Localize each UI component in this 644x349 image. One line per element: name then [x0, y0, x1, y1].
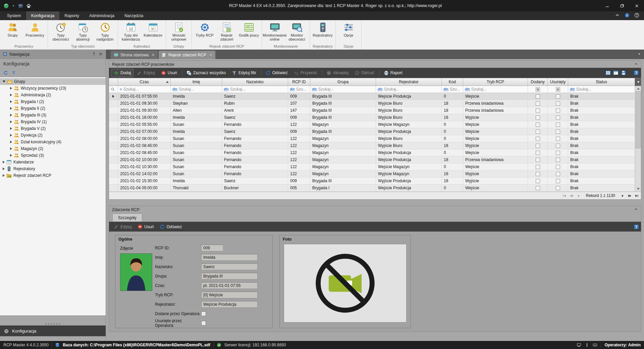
tree-item[interactable]: Kalendarze — [0, 159, 106, 165]
minimize-button[interactable] — [600, 0, 614, 11]
ribbon-button[interactable]: Typy obecności — [50, 21, 72, 42]
collapsed-arrow-icon[interactable] — [3, 161, 5, 163]
column-header-rejestrator[interactable]: Rejestrator — [376, 78, 442, 86]
checkbox-usuniety[interactable] — [556, 115, 560, 120]
filter-cell-imie[interactable]: abc — [171, 86, 222, 93]
quick-access-caret-icon[interactable] — [11, 4, 15, 8]
row-selector-cell[interactable] — [109, 178, 118, 184]
checkbox-dodany[interactable] — [536, 165, 540, 169]
row-selector-cell[interactable] — [109, 170, 118, 177]
checkbox-usuniety[interactable] — [556, 122, 560, 127]
collapsed-arrow-icon[interactable] — [3, 167, 5, 170]
collapsed-arrow-icon[interactable] — [10, 147, 12, 150]
filter-cell-rejestrator[interactable]: abc — [376, 86, 442, 93]
collapsed-arrow-icon[interactable] — [10, 100, 12, 103]
help-icon[interactable] — [634, 13, 639, 19]
collapsed-arrow-icon[interactable] — [10, 120, 12, 123]
nav-prev-page-button[interactable] — [569, 193, 575, 199]
checkbox-usuniety[interactable] — [556, 158, 560, 162]
checkbox-dodany[interactable] — [536, 130, 540, 134]
ribbon-button[interactable]: Opcje — [337, 21, 360, 38]
filter-cell-usuniety[interactable] — [548, 86, 568, 93]
grid-row[interactable]: 2021-01-02 07:00:00 Imelda Saenz 009 Bry… — [109, 128, 635, 135]
row-selector-cell[interactable] — [109, 163, 118, 170]
column-header-imie[interactable]: Imię — [171, 78, 222, 86]
tree-item[interactable]: Brygada V (2) — [0, 125, 106, 132]
column-header-status[interactable]: Status — [568, 78, 635, 86]
checkbox-usuniety[interactable] — [556, 172, 560, 176]
operator-checkbox[interactable] — [201, 321, 206, 326]
checkbox-dodany[interactable] — [536, 179, 540, 183]
contains-operator-icon[interactable]: abc — [443, 88, 448, 91]
collapsed-arrow-icon[interactable] — [10, 87, 12, 90]
filter-cell-grupa[interactable]: abc — [310, 86, 376, 93]
nav-next-button[interactable] — [620, 193, 626, 199]
tree-item[interactable]: Rejestr zdarzeń RCP — [0, 172, 106, 179]
ribbon-button[interactable]: Tryby RCP — [194, 21, 216, 38]
ribbon-button[interactable]: Monitor obecności — [286, 21, 308, 42]
toolbar-button[interactable]: Akceptuj — [324, 69, 351, 77]
checkbox-dodany[interactable] — [536, 108, 540, 113]
checkbox-dodany[interactable] — [536, 94, 540, 99]
grid-row[interactable]: 2021-01-02 08:45:00 Susan Fernando 122 M… — [109, 142, 635, 149]
checkbox-usuniety[interactable] — [556, 144, 560, 148]
ribbon-button[interactable]: Grafik pracy — [238, 21, 260, 38]
contains-operator-icon[interactable]: abc — [465, 88, 470, 91]
filter-checkbox-dodany[interactable] — [536, 87, 540, 92]
toolbar-button[interactable]: Edytuj filtr — [229, 69, 259, 77]
field-input[interactable] — [201, 245, 223, 251]
tree-item[interactable]: Administracja (2) — [0, 92, 106, 98]
panel-help-icon[interactable] — [634, 224, 639, 230]
close-button[interactable] — [629, 0, 644, 11]
scrollbar-thumb[interactable] — [636, 91, 641, 148]
checkbox-usuniety[interactable] — [556, 130, 560, 134]
row-selector-cell[interactable] — [109, 185, 118, 191]
nav-next-page-button[interactable] — [627, 193, 633, 199]
column-header-grupa[interactable]: Grupa — [310, 78, 376, 86]
row-selector-cell[interactable] — [109, 156, 118, 163]
row-selector-cell[interactable] — [109, 114, 118, 121]
close-tab-icon[interactable] — [209, 53, 212, 56]
row-selector-cell[interactable] — [109, 128, 118, 135]
sidebar-splitter-handle[interactable] — [0, 322, 106, 326]
toolbar-button[interactable]: Zaznacz wszystko — [184, 69, 228, 77]
tree-item[interactable]: Wszyscy pracownicy (23) — [0, 85, 106, 92]
row-selector-cell[interactable] — [109, 149, 118, 156]
checkbox-dodany[interactable] — [536, 115, 540, 120]
tree-item[interactable]: Dyrekcja (2) — [0, 132, 106, 139]
close-panel-icon[interactable] — [98, 52, 103, 56]
menu-tab[interactable]: Raporty — [59, 11, 84, 20]
menu-tab[interactable]: System — [2, 11, 26, 20]
column-header-tryb-rcp[interactable]: Tryb RCP — [463, 78, 528, 86]
column-header-nazwisko[interactable]: Nazwisko — [222, 78, 288, 86]
filter-input-grupa[interactable] — [318, 87, 374, 92]
field-input[interactable] — [201, 263, 258, 270]
pin-icon[interactable] — [92, 52, 96, 56]
row-selector-cell[interactable] — [109, 100, 118, 107]
contains-operator-icon[interactable]: abc — [312, 88, 317, 91]
scroll-down-icon[interactable] — [635, 186, 641, 192]
document-tab[interactable]: Strona startowa — [111, 51, 158, 59]
filter-input-rejestrator[interactable] — [384, 87, 440, 92]
tree-item[interactable]: Brygada I (2) — [0, 98, 106, 105]
save-layout-icon[interactable] — [621, 70, 626, 76]
contains-operator-icon[interactable]: abc — [172, 88, 177, 91]
info-icon[interactable] — [625, 13, 630, 19]
column-chooser-button[interactable] — [635, 78, 641, 86]
tree-item[interactable]: Brygada IV (1) — [0, 118, 106, 125]
grid-row[interactable]: 2021-01-01 09:30:00 Allen Arent 147 Bryg… — [109, 107, 635, 114]
collapse-panel-icon[interactable] — [634, 62, 638, 67]
checkbox-dodany[interactable] — [536, 144, 540, 148]
panel-help-icon[interactable] — [634, 70, 639, 76]
ribbon-button[interactable]: Rejestratory — [312, 21, 334, 38]
checkbox-dodany[interactable] — [536, 172, 540, 176]
filter-input-nazwisko[interactable] — [230, 87, 286, 92]
contains-operator-icon[interactable]: abc — [378, 88, 383, 91]
collapse-ribbon-icon[interactable] — [615, 13, 620, 19]
filter-cell-kod[interactable]: abc — [442, 86, 463, 93]
column-header-dodany[interactable]: Dodany — [528, 78, 548, 86]
home-shortcut-icon[interactable] — [26, 3, 32, 9]
collapsed-arrow-icon[interactable] — [10, 134, 12, 137]
nav-last-button[interactable] — [634, 193, 640, 199]
ribbon-button[interactable]: Typy nadgodzin — [94, 21, 116, 42]
